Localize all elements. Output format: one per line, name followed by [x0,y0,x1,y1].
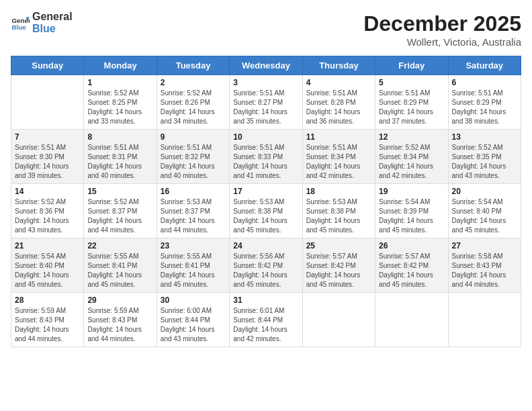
calendar-cell: 13Sunrise: 5:52 AM Sunset: 8:35 PM Dayli… [448,130,521,184]
day-info: Sunrise: 5:52 AM Sunset: 8:37 PM Dayligh… [87,197,152,235]
calendar-header-sunday: Sunday [11,56,84,75]
calendar-cell: 18Sunrise: 5:53 AM Sunset: 8:38 PM Dayli… [302,184,375,238]
day-info: Sunrise: 5:57 AM Sunset: 8:42 PM Dayligh… [379,252,444,289]
calendar-cell: 28Sunrise: 5:59 AM Sunset: 8:43 PM Dayli… [11,293,84,347]
title-area: December 2025 Wollert, Victoria, Austral… [363,11,521,48]
day-info: Sunrise: 6:00 AM Sunset: 8:44 PM Dayligh… [161,306,226,344]
day-number: 10 [233,132,298,142]
day-number: 27 [452,241,517,250]
calendar-header-tuesday: Tuesday [157,56,229,75]
calendar-cell: 10Sunrise: 5:51 AM Sunset: 8:33 PM Dayli… [230,130,302,184]
calendar-week-row: 7Sunrise: 5:51 AM Sunset: 8:30 PM Daylig… [11,130,521,184]
day-number: 23 [161,241,226,250]
calendar-cell: 5Sunrise: 5:51 AM Sunset: 8:29 PM Daylig… [375,75,448,130]
logo-general-text: General [32,11,73,23]
day-info: Sunrise: 5:55 AM Sunset: 8:41 PM Dayligh… [161,252,226,289]
calendar-header-saturday: Saturday [448,56,521,75]
day-number: 11 [306,132,371,142]
calendar-week-row: 21Sunrise: 5:54 AM Sunset: 8:40 PM Dayli… [11,238,521,293]
day-info: Sunrise: 5:57 AM Sunset: 8:42 PM Dayligh… [306,252,371,289]
day-number: 4 [306,78,371,87]
day-number: 25 [306,241,371,250]
calendar-cell: 17Sunrise: 5:53 AM Sunset: 8:38 PM Dayli… [230,184,302,238]
calendar-header-row: SundayMondayTuesdayWednesdayThursdayFrid… [11,56,521,75]
calendar-cell: 9Sunrise: 5:51 AM Sunset: 8:32 PM Daylig… [157,130,229,184]
calendar-cell [11,75,84,130]
calendar-cell: 27Sunrise: 5:58 AM Sunset: 8:43 PM Dayli… [448,238,521,293]
day-number: 15 [87,187,152,196]
calendar-cell: 4Sunrise: 5:51 AM Sunset: 8:28 PM Daylig… [302,75,375,130]
day-number: 20 [452,187,517,196]
day-number: 13 [452,132,517,142]
calendar-cell: 1Sunrise: 5:52 AM Sunset: 8:25 PM Daylig… [84,75,157,130]
day-info: Sunrise: 5:53 AM Sunset: 8:38 PM Dayligh… [306,197,371,235]
calendar-cell: 6Sunrise: 5:51 AM Sunset: 8:29 PM Daylig… [448,75,521,130]
calendar-cell [448,293,521,347]
calendar-cell: 30Sunrise: 6:00 AM Sunset: 8:44 PM Dayli… [157,293,229,347]
calendar-week-row: 28Sunrise: 5:59 AM Sunset: 8:43 PM Dayli… [11,293,521,347]
day-number: 9 [161,132,226,142]
day-number: 29 [87,295,152,305]
calendar-cell: 23Sunrise: 5:55 AM Sunset: 8:41 PM Dayli… [157,238,229,293]
logo: General Blue General Blue [11,11,73,34]
day-info: Sunrise: 5:56 AM Sunset: 8:42 PM Dayligh… [233,252,298,289]
day-info: Sunrise: 5:55 AM Sunset: 8:41 PM Dayligh… [87,252,152,289]
day-info: Sunrise: 5:51 AM Sunset: 8:34 PM Dayligh… [306,143,371,181]
day-number: 28 [15,295,80,305]
calendar-cell: 24Sunrise: 5:56 AM Sunset: 8:42 PM Dayli… [230,238,302,293]
calendar-cell [302,293,375,347]
calendar-cell: 3Sunrise: 5:51 AM Sunset: 8:27 PM Daylig… [230,75,302,130]
day-info: Sunrise: 5:52 AM Sunset: 8:35 PM Dayligh… [452,143,517,181]
day-info: Sunrise: 5:51 AM Sunset: 8:27 PM Dayligh… [233,89,298,126]
calendar-cell: 29Sunrise: 5:59 AM Sunset: 8:43 PM Dayli… [84,293,157,347]
calendar-cell: 25Sunrise: 5:57 AM Sunset: 8:42 PM Dayli… [302,238,375,293]
day-number: 3 [233,78,298,87]
calendar-cell: 31Sunrise: 6:01 AM Sunset: 8:44 PM Dayli… [230,293,302,347]
day-info: Sunrise: 5:51 AM Sunset: 8:33 PM Dayligh… [233,143,298,181]
calendar-week-row: 1Sunrise: 5:52 AM Sunset: 8:25 PM Daylig… [11,75,521,130]
day-number: 12 [379,132,444,142]
calendar-cell: 12Sunrise: 5:52 AM Sunset: 8:34 PM Dayli… [375,130,448,184]
calendar-header-thursday: Thursday [302,56,375,75]
day-number: 22 [87,241,152,250]
header: General Blue General Blue December 2025 … [11,11,521,48]
day-info: Sunrise: 6:01 AM Sunset: 8:44 PM Dayligh… [233,306,298,344]
day-info: Sunrise: 5:59 AM Sunset: 8:43 PM Dayligh… [87,306,152,344]
day-number: 30 [161,295,226,305]
calendar-cell: 20Sunrise: 5:54 AM Sunset: 8:40 PM Dayli… [448,184,521,238]
page-subtitle: Wollert, Victoria, Australia [363,36,521,48]
calendar-cell: 7Sunrise: 5:51 AM Sunset: 8:30 PM Daylig… [11,130,84,184]
day-info: Sunrise: 5:54 AM Sunset: 8:40 PM Dayligh… [452,197,517,235]
day-number: 17 [233,187,298,196]
day-number: 14 [15,187,80,196]
day-number: 19 [379,187,444,196]
calendar-cell: 16Sunrise: 5:53 AM Sunset: 8:37 PM Dayli… [157,184,229,238]
day-number: 18 [306,187,371,196]
day-number: 6 [452,78,517,87]
day-number: 1 [87,78,152,87]
day-number: 26 [379,241,444,250]
calendar-cell: 8Sunrise: 5:51 AM Sunset: 8:31 PM Daylig… [84,130,157,184]
day-number: 16 [161,187,226,196]
day-info: Sunrise: 5:52 AM Sunset: 8:25 PM Dayligh… [87,89,152,126]
day-info: Sunrise: 5:59 AM Sunset: 8:43 PM Dayligh… [15,306,80,344]
svg-text:Blue: Blue [11,23,26,30]
day-number: 31 [233,295,298,305]
day-number: 5 [379,78,444,87]
calendar-cell: 11Sunrise: 5:51 AM Sunset: 8:34 PM Dayli… [302,130,375,184]
day-number: 24 [233,241,298,250]
calendar-header-friday: Friday [375,56,448,75]
day-info: Sunrise: 5:51 AM Sunset: 8:31 PM Dayligh… [87,143,152,181]
day-info: Sunrise: 5:53 AM Sunset: 8:38 PM Dayligh… [233,197,298,235]
calendar-cell: 22Sunrise: 5:55 AM Sunset: 8:41 PM Dayli… [84,238,157,293]
calendar-cell: 21Sunrise: 5:54 AM Sunset: 8:40 PM Dayli… [11,238,84,293]
calendar-table: SundayMondayTuesdayWednesdayThursdayFrid… [11,56,521,347]
day-number: 7 [15,132,80,142]
page-title: December 2025 [363,11,521,36]
day-info: Sunrise: 5:53 AM Sunset: 8:37 PM Dayligh… [161,197,226,235]
day-number: 21 [15,241,80,250]
calendar-cell: 19Sunrise: 5:54 AM Sunset: 8:39 PM Dayli… [375,184,448,238]
logo-blue-text: Blue [32,23,73,35]
day-info: Sunrise: 5:52 AM Sunset: 8:34 PM Dayligh… [379,143,444,181]
day-info: Sunrise: 5:51 AM Sunset: 8:30 PM Dayligh… [15,143,80,181]
